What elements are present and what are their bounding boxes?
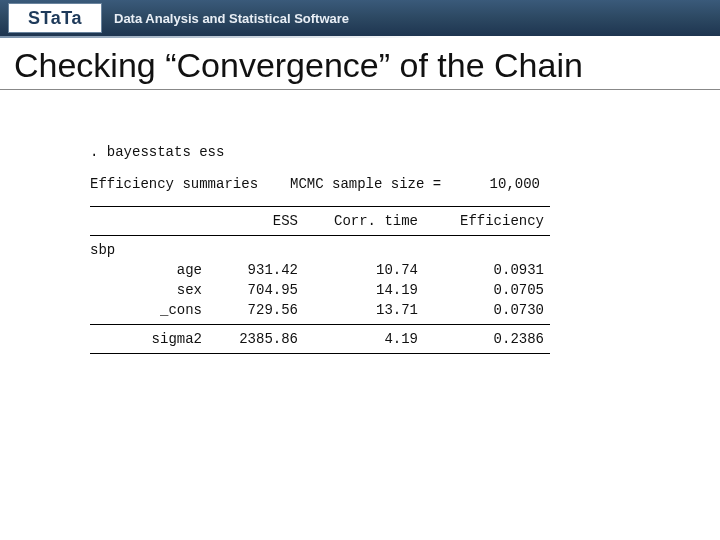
group-label: sbp (90, 242, 208, 258)
tagline: Data Analysis and Statistical Software (114, 11, 349, 26)
sample-size-value: 10,000 (460, 176, 540, 192)
table-header-row: ESS Corr. time Efficiency (90, 211, 550, 231)
group-label-row: sbp (90, 240, 550, 260)
summary-row: Efficiency summaries MCMC sample size = … (90, 176, 630, 192)
col-corr: Corr. time (298, 213, 418, 229)
row-name: age (90, 262, 208, 278)
slide-title: Checking “Convergence” of the Chain (14, 46, 706, 85)
table-row: age 931.42 10.74 0.0931 (90, 260, 550, 280)
ess-table: ESS Corr. time Efficiency sbp age 931.42… (90, 206, 550, 354)
row-eff: 0.0931 (418, 262, 544, 278)
row-name: _cons (90, 302, 208, 318)
row-eff: 0.2386 (418, 331, 544, 347)
row-name: sigma2 (90, 331, 208, 347)
row-corr: 4.19 (298, 331, 418, 347)
table-row: sigma2 2385.86 4.19 0.2386 (90, 329, 550, 349)
col-eff: Efficiency (418, 213, 544, 229)
col-ess: ESS (208, 213, 298, 229)
row-eff: 0.0730 (418, 302, 544, 318)
command-line: . bayesstats ess (90, 144, 630, 160)
row-corr: 13.71 (298, 302, 418, 318)
summary-label: Efficiency summaries (90, 176, 290, 192)
stata-logo: STaTa (8, 3, 102, 33)
row-eff: 0.0705 (418, 282, 544, 298)
stata-output: . bayesstats ess Efficiency summaries MC… (0, 90, 720, 354)
logo-text: STaTa (28, 8, 82, 29)
row-ess: 931.42 (208, 262, 298, 278)
app-header: STaTa Data Analysis and Statistical Soft… (0, 0, 720, 36)
table-rule (90, 353, 550, 354)
row-corr: 10.74 (298, 262, 418, 278)
table-row: _cons 729.56 13.71 0.0730 (90, 300, 550, 320)
row-ess: 2385.86 (208, 331, 298, 347)
slide-title-row: Checking “Convergence” of the Chain (0, 38, 720, 90)
row-corr: 14.19 (298, 282, 418, 298)
row-ess: 704.95 (208, 282, 298, 298)
sample-size-label: MCMC sample size = (290, 176, 460, 192)
table-row: sex 704.95 14.19 0.0705 (90, 280, 550, 300)
row-ess: 729.56 (208, 302, 298, 318)
row-name: sex (90, 282, 208, 298)
